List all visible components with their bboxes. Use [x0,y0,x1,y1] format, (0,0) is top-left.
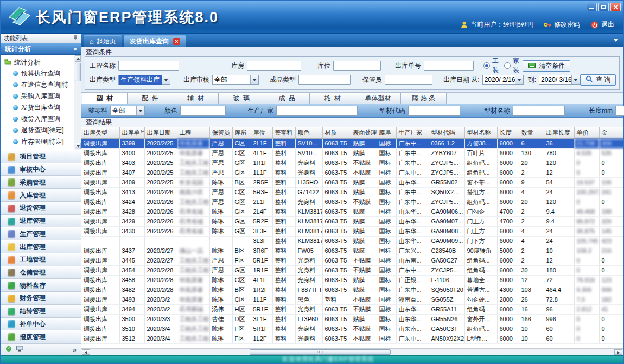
table-cell[interactable]: 6063-T5 [322,265,351,275]
table-cell[interactable]: 10 [519,334,544,343]
table-cell[interactable]: SG055Z [429,295,464,304]
sidebar-item-purchase-management[interactable]: 采购管理 [1,176,81,189]
scroll-down-icon[interactable] [75,143,81,149]
table-cell[interactable]: 3407 [119,168,144,177]
table-cell[interactable]: F区 [232,324,251,334]
table-cell[interactable]: 整料 [272,158,295,168]
table-cell[interactable] [177,236,209,246]
column-header[interactable]: 出库单号 [119,127,144,138]
table-cell[interactable]: 9 [519,177,544,187]
table-cell[interactable]: 326 [599,216,623,226]
table-cell[interactable]: 调拨出库 [81,158,119,168]
table-cell[interactable]: KLM3817 [295,226,322,236]
table-cell[interactable]: 长安花园 [177,177,209,187]
table-cell[interactable]: 5R1F [251,324,272,334]
table-cell[interactable]: B区 [232,246,251,256]
table-cell[interactable]: 108.2 [574,246,599,256]
table-cell[interactable]: 广东中... [396,197,429,207]
table-cell[interactable]: 整料 [272,285,295,295]
table-row[interactable]: 调拨出库34132020/2/26南苑小区严思C区5R3F整料G71422606… [81,187,623,197]
tree-item-receiving-inbound-query[interactable]: 收货入库查询 [4,113,73,125]
table-cell[interactable]: 陈琳 [209,246,232,256]
table-cell[interactable]: 2020/2/26 [144,187,177,197]
table-cell[interactable]: 20 [519,158,544,168]
change-password-link[interactable]: 修改密码 [544,20,580,29]
table-cell[interactable]: 工程共工程 [177,197,209,207]
table-cell[interactable]: 整料 [272,138,295,148]
table-cell[interactable]: 整料 [272,324,295,334]
tree-item-purchase-inbound-query[interactable]: 采购入库查询 [4,91,73,102]
table-cell[interactable]: 国标 [377,256,396,265]
chevron-down-icon[interactable] [162,75,170,84]
table-cell[interactable]: ZYBY607 [429,148,464,158]
table-cell[interactable]: 山东华... [396,226,429,236]
table-cell[interactable]: C28540B [429,246,464,256]
table-cell[interactable]: 搭组方... [464,187,497,197]
table-cell[interactable]: 4L1F [251,275,272,285]
tab-shipping-outbound-query[interactable]: 发货出库查询 × [124,35,186,47]
table-cell[interactable]: 6063-T5 [322,324,351,334]
table-cell[interactable]: 1R2F [251,285,272,295]
table-cell[interactable]: 6063-T5 [322,246,351,256]
table-cell[interactable]: 3L3F [251,236,272,246]
table-cell[interactable]: ZYCJP5... [429,265,464,275]
table-row[interactable]: 调拨出库34302020/2/26石湾名城陈琳G区3L3F整料KLM381760… [81,226,623,236]
table-cell[interactable]: 12 [519,275,544,285]
table-cell[interactable]: ZYCJP5... [429,158,464,168]
table-row[interactable]: 调拨出库34032020/2/25工程共工程严思G区1R1F整料光身料6063-… [81,158,623,168]
table-cell[interactable]: 国标 [377,168,396,177]
location-input[interactable] [333,61,381,71]
date-to-picker[interactable]: 2020/ 3/16 [539,75,580,85]
table-cell[interactable]: 6000 [497,148,519,158]
table-cell[interactable]: 2020/3/4 [144,334,177,343]
table-cell[interactable]: L型角... [464,334,497,343]
profile-code-input[interactable] [408,106,460,116]
column-header[interactable]: 出库日期 [144,127,177,138]
table-cell[interactable]: 石湾名城 [177,207,209,216]
column-header[interactable]: 金 [599,127,623,138]
table-cell[interactable]: 广东中... [396,148,429,158]
table-cell[interactable]: 陈琳 [209,207,232,216]
table-cell[interactable]: 6063-T5 [322,207,351,216]
table-cell[interactable]: 陈琳 [209,295,232,304]
table-cell[interactable]: 36 [544,138,574,148]
radio-gongzhuang-label[interactable]: 工装 [492,56,499,75]
table-cell[interactable]: 6000 [497,324,519,334]
table-cell[interactable]: 调拨出库 [81,275,119,285]
column-header[interactable]: 工程 [177,127,209,138]
table-cell[interactable]: C区 [232,275,251,285]
column-header[interactable]: 生产厂家 [396,127,429,138]
table-cell[interactable] [144,236,177,246]
table-row[interactable]: 调拨出库34582020/2/28华苑原著陈琳C区4L1F整料光身料6063-T… [81,275,623,285]
table-cell[interactable]: 广东中... [396,285,429,295]
table-cell[interactable]: C区 [232,138,251,148]
table-cell[interactable]: 5R1F [251,304,272,314]
table-cell[interactable]: 调拨出库 [81,314,119,324]
table-cell[interactable]: 7.0 [574,295,599,304]
table-cell[interactable]: 2020/2/25 [144,148,177,158]
date-from-picker[interactable]: 2020/ 2/16 [482,75,524,85]
table-cell[interactable]: 工程共工程 [177,265,209,275]
tree-item-return-query[interactable]: 退货查询[待定] [4,125,73,136]
table-cell[interactable]: 2020/2/25 [144,177,177,187]
table-cell[interactable]: 贴膜 [351,226,377,236]
table-cell[interactable]: 3445 [119,256,144,265]
table-cell[interactable]: 整料 [272,314,295,324]
table-cell[interactable]: 光身料 [295,168,322,177]
table-cell[interactable]: 464.4 [544,285,574,295]
table-cell[interactable]: 陈琳 [209,226,232,236]
table-cell[interactable]: 2020/2/25 [144,138,177,148]
table-cell[interactable]: 2020/2/28 [144,275,177,285]
table-row[interactable]: 调拨出库34942020/3/2石湾辉城汤伟H区5R1F整料光身料6063-T5… [81,304,623,314]
table-cell[interactable]: 6063-T5 [322,256,351,265]
table-cell[interactable]: ZYCJP5... [429,197,464,207]
table-row[interactable]: 调拨出库34092020/2/25长安花园陈琳B区2R5F整料LI35HO606… [81,177,623,187]
table-cell[interactable]: 整料 [272,246,295,256]
column-header[interactable]: 出库类型 [81,127,119,138]
table-cell[interactable]: 工程共工程 [177,324,209,334]
table-cell[interactable]: 123 [599,275,623,285]
sidebar-item-storage-management[interactable]: 仓储管理 [1,266,81,279]
table-cell[interactable]: 2 [519,216,544,226]
table-cell[interactable]: 21.708 [574,138,599,148]
table-cell[interactable]: 1R1F [251,265,272,275]
